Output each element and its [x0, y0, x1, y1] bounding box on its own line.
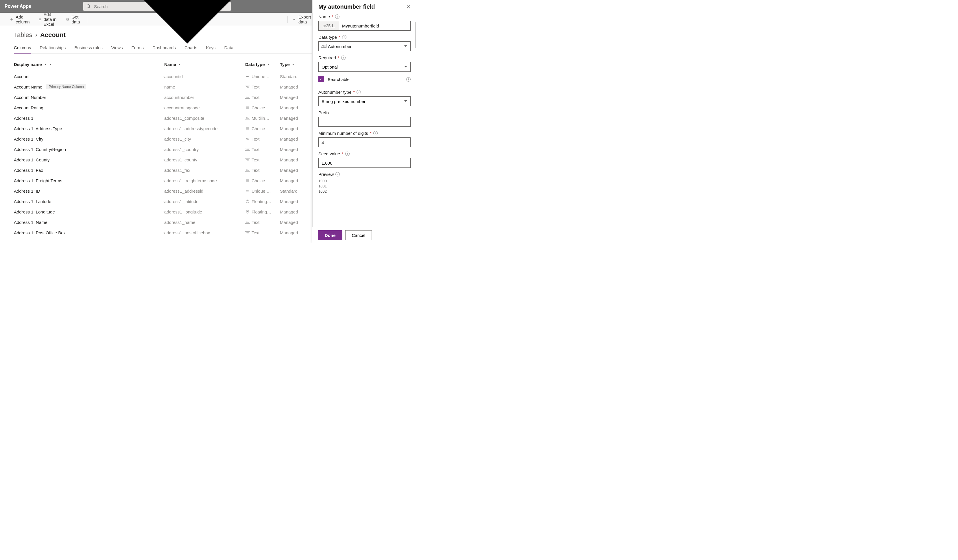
display-name-cell: Address 1: Post Office Box	[14, 230, 66, 235]
mindigits-input[interactable]	[318, 137, 411, 147]
required-marker: *	[342, 151, 344, 156]
required-marker: *	[353, 90, 355, 95]
required-marker: *	[331, 14, 333, 19]
row-more-button[interactable]: · · ·	[162, 95, 164, 100]
row-more-button[interactable]: · · ·	[162, 105, 164, 110]
display-name-cell: Address 1: Name	[14, 220, 48, 225]
name-prefix: cr25d_	[318, 21, 339, 31]
row-more-button[interactable]: · · ·	[162, 178, 164, 183]
tab-views[interactable]: Views	[111, 45, 123, 54]
type-cell: Managed	[280, 157, 312, 162]
header-data-type[interactable]: Data type	[245, 62, 280, 67]
name-cell: address1_freighttermscode	[164, 178, 245, 183]
type-cell: Managed	[280, 178, 312, 183]
datatype-icon	[245, 179, 250, 182]
row-more-button[interactable]: · · ·	[162, 136, 164, 141]
type-cell: Managed	[280, 116, 312, 121]
close-button[interactable]: ✕	[406, 4, 411, 10]
svg-rect-18	[248, 76, 249, 77]
tab-columns[interactable]: Columns	[14, 45, 31, 54]
info-icon[interactable]: i	[335, 172, 340, 176]
info-icon[interactable]: i	[357, 90, 361, 94]
display-name-cell: Account Name	[14, 84, 42, 89]
name-cell: address1_fax	[164, 168, 245, 173]
name-input[interactable]	[339, 21, 411, 31]
panel-title: My autonumber field	[318, 3, 375, 10]
preview-value: 1000	[318, 178, 411, 184]
display-name-cell: Address 1: County	[14, 157, 49, 162]
edit-excel-button[interactable]: Edit data in Excel	[36, 10, 61, 29]
export-data-button[interactable]: Export data	[290, 13, 316, 26]
display-name-cell: Address 1: Latitude	[14, 199, 51, 204]
chevron-down-icon[interactable]	[266, 63, 270, 66]
breadcrumb-parent[interactable]: Tables	[14, 31, 32, 39]
display-name-cell: Address 1: Fax	[14, 168, 43, 173]
datatype-icon: Abc	[245, 148, 250, 151]
required-label: Required	[318, 55, 336, 60]
excel-icon	[39, 17, 41, 22]
chevron-down-icon[interactable]	[49, 63, 52, 66]
info-icon[interactable]: i	[406, 77, 411, 82]
add-column-button[interactable]: Add column	[7, 13, 34, 26]
info-icon[interactable]: i	[342, 35, 346, 39]
row-more-button[interactable]: · · ·	[162, 84, 164, 89]
info-icon[interactable]: i	[335, 14, 339, 19]
searchable-checkbox[interactable]	[318, 76, 324, 82]
seed-input[interactable]	[318, 158, 411, 168]
datatype-cell: AbcText	[245, 157, 280, 162]
datatype-icon: Abc	[245, 95, 250, 99]
row-more-button[interactable]: · · ·	[162, 209, 164, 214]
datatype-icon	[245, 210, 250, 214]
primary-badge: Primary Name Column	[46, 84, 86, 89]
header-display-name[interactable]: Display name	[14, 62, 164, 67]
row-more-button[interactable]: · · ·	[162, 126, 164, 131]
column-properties-panel: My autonumber field ✕ Name * i cr25d_ Da…	[312, 0, 416, 243]
tab-forms[interactable]: Forms	[132, 45, 144, 54]
display-name-cell: Address 1: Address Type	[14, 126, 62, 131]
datatype-cell: Choice	[245, 126, 280, 131]
datatype-icon: Abc	[245, 137, 250, 141]
chevron-down-icon[interactable]	[178, 63, 181, 66]
datatype-icon: Abc	[245, 116, 250, 120]
info-icon[interactable]: i	[341, 56, 346, 60]
info-icon[interactable]: i	[373, 131, 377, 135]
tab-charts[interactable]: Charts	[184, 45, 197, 54]
row-more-button[interactable]: · · ·	[162, 168, 164, 173]
tab-relationships[interactable]: Relationships	[40, 45, 66, 54]
searchable-checkbox-row[interactable]: Searchable i	[318, 76, 411, 82]
row-more-button[interactable]: · · ·	[162, 220, 164, 225]
tab-dashboards[interactable]: Dashboards	[152, 45, 176, 54]
row-more-button[interactable]: · · ·	[162, 230, 164, 235]
datatype-select[interactable]: Autonumber	[318, 41, 411, 51]
prefix-input[interactable]	[318, 117, 411, 127]
display-name-cell: Account	[14, 74, 30, 79]
row-more-button[interactable]: · · ·	[162, 116, 164, 121]
header-name[interactable]: Name	[164, 62, 245, 67]
done-button[interactable]: Done	[318, 230, 343, 240]
svg-rect-16	[246, 76, 247, 77]
row-more-button[interactable]: · · ·	[162, 147, 164, 152]
row-more-button[interactable]: · · ·	[162, 189, 164, 194]
export-data-label: Export data	[298, 14, 313, 24]
autonum-type-select[interactable]: String prefixed number	[318, 96, 411, 106]
svg-rect-28	[246, 190, 247, 192]
required-marker: *	[338, 55, 339, 60]
tab-data[interactable]: Data	[224, 45, 233, 54]
required-select[interactable]: Optional	[318, 62, 411, 72]
get-data-button[interactable]: Get data	[63, 13, 85, 26]
svg-rect-23	[246, 128, 249, 129]
tab-business-rules[interactable]: Business rules	[74, 45, 103, 54]
header-type[interactable]: Type	[280, 62, 312, 67]
tab-keys[interactable]: Keys	[206, 45, 216, 54]
datatype-icon: Abc	[245, 221, 250, 224]
display-name-cell: Address 1: ID	[14, 189, 40, 194]
panel-scrollbar[interactable]	[415, 2, 416, 220]
add-column-label: Add column	[16, 14, 31, 24]
chevron-down-icon[interactable]	[292, 63, 295, 66]
row-more-button[interactable]: · · ·	[162, 199, 164, 204]
row-more-button[interactable]: · · ·	[162, 157, 164, 162]
type-cell: Managed	[280, 209, 312, 214]
row-more-button[interactable]: · · ·	[162, 74, 164, 79]
info-icon[interactable]: i	[345, 152, 350, 156]
cancel-button[interactable]: Cancel	[345, 230, 372, 240]
